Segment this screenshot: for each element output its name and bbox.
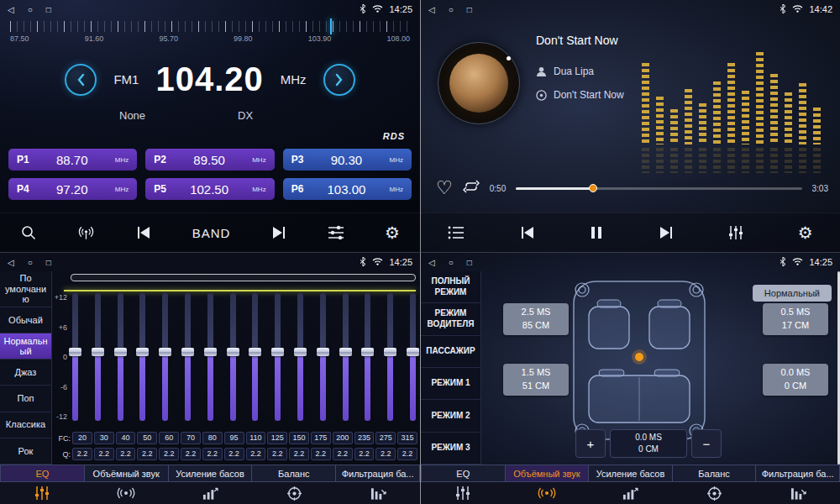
- frequency-ruler[interactable]: 87.50 91.60 95.70 99.80 103.90 108.00: [10, 21, 410, 48]
- eq-band-slider[interactable]: [118, 293, 123, 421]
- tab-surround[interactable]: Объёмный звук: [506, 465, 590, 482]
- surround-icon[interactable]: [84, 482, 168, 504]
- eq-preset-normal[interactable]: Нормальный: [0, 333, 51, 360]
- tab-filter[interactable]: Фильтрация ба...: [336, 465, 420, 482]
- mode-2[interactable]: РЕЖИМ 2: [421, 400, 480, 432]
- nav-recents-icon[interactable]: □: [467, 258, 472, 267]
- eq-preset-jazz[interactable]: Джаз: [0, 360, 51, 386]
- slider-knob[interactable]: [92, 348, 104, 356]
- eq-band-slider[interactable]: [297, 293, 303, 421]
- mode-full[interactable]: ПОЛНЫЙ РЕЖИМ: [421, 271, 480, 303]
- eq-band-slider[interactable]: [139, 293, 145, 421]
- preset-button-p6[interactable]: P6 103.00 MHz: [283, 178, 412, 200]
- favorite-heart-icon[interactable]: ♡: [436, 179, 453, 197]
- delay-front-right[interactable]: 0.5 MS 17 CM: [763, 303, 828, 335]
- tab-eq[interactable]: EQ: [421, 465, 506, 482]
- bands-scrollbar[interactable]: [71, 274, 416, 281]
- previous-track-icon[interactable]: [519, 226, 536, 239]
- next-icon[interactable]: [270, 226, 287, 239]
- eq-preset-custom[interactable]: Обычай: [0, 307, 51, 333]
- slider-knob[interactable]: [384, 348, 396, 356]
- tab-surround[interactable]: Объёмный звук: [85, 465, 169, 482]
- bass-boost-icon[interactable]: [589, 482, 673, 504]
- delay-front-left[interactable]: 2.5 MS 85 CM: [503, 303, 569, 335]
- preset-button-p4[interactable]: P4 97.20 MHz: [8, 178, 137, 200]
- slider-knob[interactable]: [136, 348, 149, 356]
- nav-home-icon[interactable]: ○: [28, 5, 33, 14]
- nav-recents-icon[interactable]: □: [467, 5, 472, 14]
- filter-icon[interactable]: [336, 482, 420, 504]
- eq-band-slider[interactable]: [252, 293, 258, 421]
- eq-preset-pop[interactable]: Поп: [0, 386, 51, 412]
- eq-band-slider[interactable]: [343, 293, 349, 421]
- eq-band-slider[interactable]: [365, 293, 370, 421]
- mode-3[interactable]: РЕЖИМ 3: [421, 433, 480, 465]
- eq-preset-classic[interactable]: Классика: [0, 412, 51, 438]
- previous-icon[interactable]: [135, 226, 152, 239]
- delay-increase-button[interactable]: +: [575, 429, 606, 458]
- nav-back-icon[interactable]: ◁: [8, 258, 14, 267]
- slider-knob[interactable]: [361, 348, 374, 356]
- nav-back-icon[interactable]: ◁: [8, 5, 14, 14]
- eq-band-slider[interactable]: [320, 293, 326, 421]
- settings-gear-icon[interactable]: ⚙: [798, 224, 813, 241]
- nav-home-icon[interactable]: ○: [449, 258, 454, 267]
- preset-button-p3[interactable]: P3 90.30 MHz: [283, 149, 412, 171]
- slider-knob[interactable]: [294, 348, 307, 356]
- preset-button-p1[interactable]: P1 88.70 MHz: [8, 149, 137, 171]
- tab-balance[interactable]: Баланс: [673, 465, 757, 482]
- balance-icon[interactable]: [252, 482, 336, 504]
- mode-passenger[interactable]: ПАССАЖИР: [421, 336, 480, 368]
- bass-boost-icon[interactable]: [168, 482, 252, 504]
- nav-recents-icon[interactable]: □: [46, 5, 51, 14]
- nav-recents-icon[interactable]: □: [46, 258, 51, 267]
- slider-knob[interactable]: [181, 348, 194, 356]
- nav-back-icon[interactable]: ◁: [428, 258, 435, 267]
- slider-knob[interactable]: [227, 348, 239, 356]
- equalizer-icon[interactable]: [728, 225, 743, 240]
- seek-slider[interactable]: [516, 187, 801, 190]
- slider-knob[interactable]: [271, 348, 284, 356]
- eq-band-slider[interactable]: [230, 293, 236, 421]
- slider-knob[interactable]: [69, 348, 81, 356]
- eq-band-slider[interactable]: [410, 293, 416, 421]
- mode-driver[interactable]: РЕЖИМ ВОДИТЕЛЯ: [421, 303, 480, 335]
- next-track-icon[interactable]: [658, 226, 675, 239]
- eq-band-slider[interactable]: [162, 293, 168, 421]
- eq-preset-rock[interactable]: Рок: [0, 438, 51, 465]
- tab-filter[interactable]: Фильтрация ба...: [756, 465, 840, 482]
- progress-knob[interactable]: [589, 184, 597, 192]
- slider-knob[interactable]: [114, 348, 127, 356]
- nav-home-icon[interactable]: ○: [449, 5, 454, 14]
- playlist-icon[interactable]: [448, 226, 465, 239]
- slider-knob[interactable]: [249, 348, 261, 356]
- eq-band-slider[interactable]: [387, 293, 393, 421]
- tab-balance[interactable]: Баланс: [252, 465, 336, 482]
- tab-bass-boost[interactable]: Усиление басов: [169, 465, 253, 482]
- tab-bass-boost[interactable]: Усиление басов: [589, 465, 673, 482]
- equalizer-icon[interactable]: [421, 482, 505, 504]
- eq-band-slider[interactable]: [185, 293, 191, 421]
- mode-1[interactable]: РЕЖИМ 1: [421, 368, 480, 400]
- slider-knob[interactable]: [317, 348, 329, 356]
- eq-band-slider[interactable]: [72, 293, 78, 421]
- scan-search-icon[interactable]: [20, 224, 37, 241]
- delay-rear-left[interactable]: 1.5 MS 51 CM: [503, 364, 569, 396]
- delay-decrease-button[interactable]: −: [691, 429, 722, 458]
- delay-rear-right[interactable]: 0.0 MS 0 CM: [763, 364, 828, 396]
- settings-gear-icon[interactable]: ⚙: [385, 224, 400, 241]
- tune-down-button[interactable]: [65, 64, 97, 96]
- slider-knob[interactable]: [159, 348, 171, 356]
- eq-band-slider[interactable]: [207, 293, 213, 421]
- preset-button-p5[interactable]: P5 102.50 MHz: [145, 178, 274, 200]
- pause-icon[interactable]: [590, 226, 603, 239]
- tab-eq[interactable]: EQ: [0, 465, 85, 482]
- sound-profile-button[interactable]: Нормальный: [753, 285, 832, 302]
- filter-icon[interactable]: [756, 482, 840, 504]
- eq-band-slider[interactable]: [95, 293, 101, 421]
- eq-band-slider[interactable]: [275, 293, 281, 421]
- eq-preset-default[interactable]: По умолчанию: [0, 271, 51, 307]
- preset-button-p2[interactable]: P2 89.50 MHz: [145, 149, 274, 171]
- band-button[interactable]: BAND: [192, 226, 231, 240]
- slider-knob[interactable]: [407, 348, 419, 356]
